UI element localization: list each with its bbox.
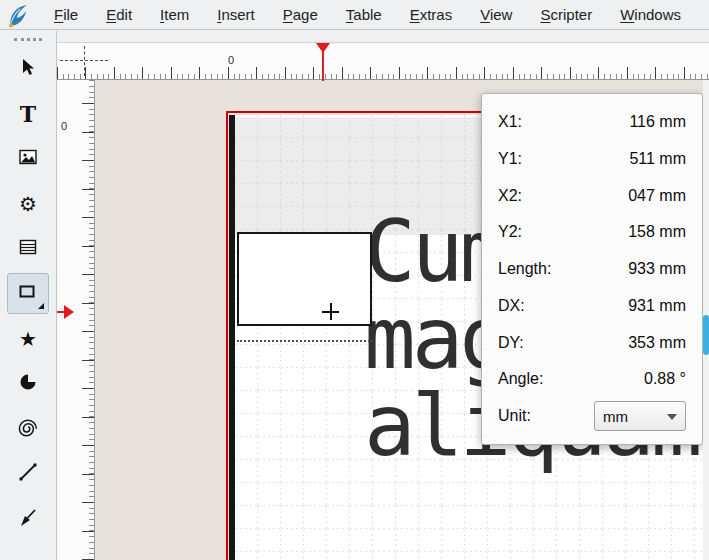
scribus-logo-icon	[6, 3, 30, 28]
toolbar-drag-handle[interactable]	[14, 38, 42, 41]
measure-row-angle: Angle: 0.88 °	[498, 363, 686, 395]
measure-value: 511 mm	[602, 150, 686, 168]
insert-bezier-tool[interactable]	[7, 498, 49, 539]
measure-row-dy: DY: 353 mm	[498, 327, 686, 359]
measure-value: 158 mm	[602, 223, 686, 241]
insert-arc-tool[interactable]	[7, 363, 49, 404]
measure-label: Angle:	[498, 370, 543, 388]
cursor-position-marker-horizontal	[322, 43, 324, 81]
measure-value: 933 mm	[602, 260, 686, 278]
measure-row-dx: DX: 931 mm	[498, 290, 686, 322]
menu-page[interactable]: Page	[269, 0, 332, 29]
select-tool[interactable]	[7, 48, 49, 89]
measure-value: 353 mm	[602, 334, 686, 352]
menu-insert[interactable]: Insert	[203, 0, 269, 29]
menu-windows[interactable]: Windows	[606, 0, 695, 29]
measurements-panel: X1: 116 mm Y1: 511 mm X2: 047 mm Y2: 158…	[481, 93, 703, 445]
chevron-corner-icon	[38, 303, 44, 309]
vruler-zero-label: 0	[61, 120, 67, 132]
rectangle-icon	[17, 281, 39, 306]
cursor-position-marker-vertical	[57, 305, 75, 319]
text-icon: T	[20, 103, 36, 125]
unit-label: Unit:	[498, 407, 531, 425]
measure-row-length: Length: 933 mm	[498, 253, 686, 285]
pen-icon	[17, 506, 39, 531]
menu-file[interactable]: File	[40, 0, 92, 29]
image-icon	[17, 146, 39, 171]
menu-edit[interactable]: Edit	[92, 0, 146, 29]
insert-shape-tool[interactable]	[7, 273, 49, 314]
measure-value: 116 mm	[602, 113, 686, 131]
gear-icon: ⚙	[19, 194, 37, 214]
hruler-zero-label: 0	[228, 54, 234, 66]
measure-label: Y1:	[498, 150, 522, 168]
measure-label: DX:	[498, 297, 525, 315]
vertical-scrollbar-handle[interactable]	[703, 315, 709, 355]
insert-line-tool[interactable]	[7, 453, 49, 494]
insert-spiral-tool[interactable]	[7, 408, 49, 449]
horizontal-ruler[interactable]: 0	[57, 42, 709, 80]
frame-guide-dotted-line	[237, 340, 373, 342]
measure-row-y2: Y2: 158 mm	[498, 216, 686, 248]
unit-dropdown[interactable]: mm	[594, 401, 686, 431]
chevron-down-icon	[667, 414, 677, 420]
measure-label: X1:	[498, 113, 522, 131]
arc-icon	[17, 371, 39, 396]
measure-row-x2: X2: 047 mm	[498, 180, 686, 212]
menu-extras[interactable]: Extras	[396, 0, 467, 29]
ruler-origin[interactable]	[58, 44, 110, 78]
line-icon	[17, 461, 39, 486]
menu-item[interactable]: Item	[146, 0, 203, 29]
insert-text-frame-tool[interactable]: T	[7, 93, 49, 134]
measure-label: Y2:	[498, 223, 522, 241]
measure-value: 931 mm	[602, 297, 686, 315]
measure-value: 047 mm	[602, 187, 686, 205]
measure-label: X2:	[498, 187, 522, 205]
measure-row-y1: Y1: 511 mm	[498, 143, 686, 175]
unit-value: mm	[603, 408, 628, 425]
measure-row-unit: Unit: mm	[498, 400, 686, 432]
new-shape-rectangle[interactable]	[237, 232, 372, 326]
page-bleed-border-left	[226, 111, 228, 560]
vertical-ruler[interactable]: 0	[57, 80, 95, 560]
crosshair-cursor	[322, 303, 339, 320]
menu-scripter[interactable]: Scripter	[526, 0, 606, 29]
pointer-icon	[17, 56, 39, 81]
measure-label: Length:	[498, 260, 551, 278]
menu-table[interactable]: Table	[332, 0, 396, 29]
vertical-scrollbar[interactable]	[703, 80, 709, 560]
tool-palette: T ⚙	[0, 31, 57, 560]
scribus-window: File Edit Item Insert Page Table Extras …	[0, 0, 709, 560]
measure-value: 0.88 °	[602, 370, 686, 388]
menu-view[interactable]: View	[466, 0, 526, 29]
insert-polygon-tool[interactable]: ★	[7, 318, 49, 359]
insert-render-frame-tool[interactable]: ⚙	[7, 183, 49, 224]
spiral-icon	[17, 416, 39, 441]
measure-row-x1: X1: 116 mm	[498, 106, 686, 138]
menu-bar: File Edit Item Insert Page Table Extras …	[0, 0, 709, 30]
table-icon	[17, 236, 39, 261]
star-icon: ★	[19, 329, 37, 349]
insert-table-tool[interactable]	[7, 228, 49, 269]
insert-image-frame-tool[interactable]	[7, 138, 49, 179]
measure-label: DY:	[498, 334, 524, 352]
